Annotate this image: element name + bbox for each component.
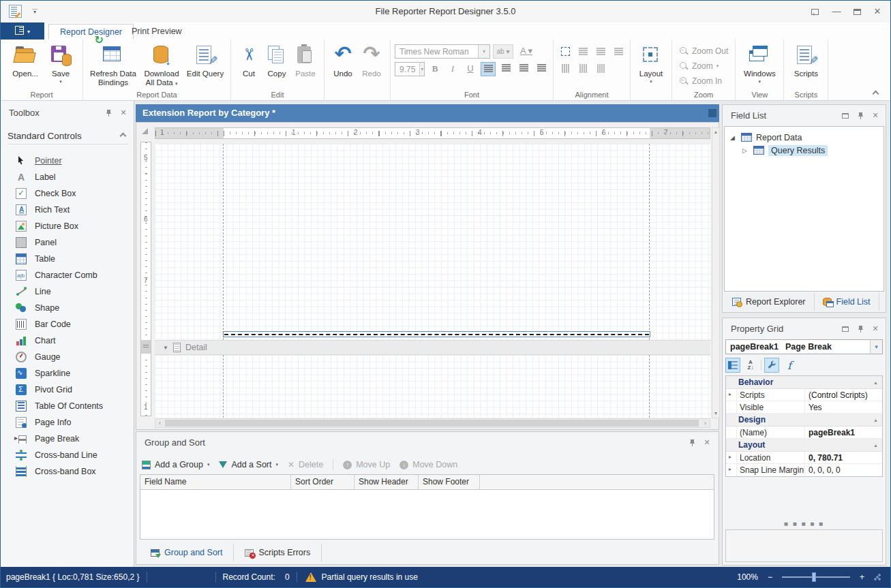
- align-middles-button[interactable]: [575, 61, 590, 75]
- toolbox-item-gauge[interactable]: Gauge: [1, 349, 134, 365]
- document-caption-icon[interactable]: [708, 109, 716, 117]
- cut-button[interactable]: ✂ Cut: [235, 43, 262, 78]
- float-icon[interactable]: [841, 324, 850, 334]
- column-header-field-name[interactable]: Field Name: [140, 475, 291, 489]
- redo-button[interactable]: ↷ Redo: [357, 43, 386, 78]
- pin-icon[interactable]: [856, 324, 865, 334]
- field-list-tree[interactable]: ◢ Report Data ▷ Query Results: [724, 126, 884, 292]
- toolbox-item-panel[interactable]: Panel: [1, 234, 134, 251]
- design-canvas[interactable]: 1 1 2 3 4 5 6 7 5 6 7 1: [136, 122, 719, 430]
- collapse-category-icon[interactable]: ▲: [873, 443, 878, 448]
- tree-node-query-results[interactable]: ▷ Query Results: [725, 144, 884, 157]
- download-dropdown-icon[interactable]: ▾: [175, 81, 178, 86]
- pin-icon[interactable]: [687, 438, 697, 448]
- underline-button[interactable]: U: [463, 62, 478, 76]
- collapse-band-icon[interactable]: ▼: [163, 345, 168, 351]
- zoom-slider[interactable]: [782, 576, 850, 578]
- highlight-color-button[interactable]: ab ▾: [493, 44, 513, 59]
- toolbox-item-rich-text[interactable]: Rich Text: [1, 202, 134, 218]
- categorized-view-button[interactable]: [725, 358, 740, 373]
- zoom-in-button[interactable]: +Zoom In: [676, 74, 731, 88]
- delete-button[interactable]: ✕Delete: [288, 460, 323, 469]
- resize-grip[interactable]: [874, 574, 881, 581]
- justify-button[interactable]: [534, 62, 549, 76]
- detail-band-header[interactable]: ▼ Detail: [155, 340, 710, 355]
- toolbox-item-pivot-grid[interactable]: Pivot Grid: [1, 382, 134, 398]
- download-all-data-button[interactable]: ↓ Download All Data ▾: [139, 43, 184, 88]
- undo-button[interactable]: ↶ Undo: [329, 43, 357, 78]
- horizontal-ruler[interactable]: 1 1 2 3 4 5 6 7: [155, 127, 710, 139]
- tab-scripts-errors[interactable]: Scripts Errors: [234, 544, 322, 561]
- page-area-upper[interactable]: [155, 144, 710, 340]
- float-icon[interactable]: [841, 111, 850, 121]
- close-button[interactable]: ✕: [869, 5, 886, 18]
- band-resize-handle[interactable]: [141, 340, 151, 354]
- zoom-out-control[interactable]: −: [768, 572, 772, 582]
- tab-report-explorer[interactable]: Report Explorer: [724, 293, 815, 311]
- align-bottoms-button[interactable]: [593, 61, 608, 75]
- font-size-combo[interactable]: 9.75 ▾: [395, 62, 425, 76]
- move-down-button[interactable]: ↓Move Down: [399, 460, 457, 469]
- align-center-button[interactable]: [498, 62, 513, 76]
- column-header-sort-order[interactable]: Sort Order: [291, 475, 354, 489]
- collapse-node-icon[interactable]: ◢: [730, 134, 737, 141]
- align-centers-button[interactable]: [593, 44, 608, 58]
- property-row-scripts[interactable]: ▸ Scripts (Control Scripts): [726, 389, 882, 401]
- align-right-button[interactable]: [516, 62, 531, 76]
- collapse-ribbon-icon[interactable]: [873, 91, 879, 97]
- horizontal-scrollbar[interactable]: ‹ ›: [155, 418, 710, 428]
- scroll-right-icon[interactable]: ›: [701, 419, 710, 427]
- toolbox-item-table[interactable]: Table: [1, 251, 134, 267]
- scroll-down-icon[interactable]: ▼: [712, 409, 719, 418]
- copy-button[interactable]: Copy: [262, 43, 291, 78]
- group-sort-grid[interactable]: Field Name Sort Order Show Header Show F…: [140, 474, 714, 540]
- font-name-combo[interactable]: Times New Roman ▾: [395, 44, 490, 59]
- ribbon-display-options-button[interactable]: [806, 5, 824, 18]
- snap-to-grid-button[interactable]: [558, 44, 573, 58]
- toolbox-item-line[interactable]: Line: [1, 283, 134, 300]
- windows-dropdown-icon[interactable]: ▾: [759, 79, 761, 84]
- save-button[interactable]: Save ▾: [43, 43, 78, 84]
- page-break-control-selected[interactable]: [223, 331, 650, 337]
- events-view-button[interactable]: f: [782, 358, 797, 373]
- toolbox-item-chart[interactable]: Chart: [1, 332, 134, 349]
- scroll-up-icon[interactable]: ▲: [712, 128, 719, 136]
- property-row-location[interactable]: ▸ Location 0, 780.71: [726, 452, 882, 464]
- zoom-in-control[interactable]: +: [860, 572, 864, 582]
- add-a-group-button[interactable]: Add a Group▾: [142, 460, 209, 469]
- close-icon[interactable]: ✕: [119, 108, 128, 118]
- layout-button[interactable]: Layout ▾: [635, 43, 667, 84]
- open-button[interactable]: Open...: [7, 43, 43, 78]
- vertical-ruler[interactable]: 5 6 7 1: [140, 142, 151, 416]
- expand-row-icon[interactable]: ▸: [729, 391, 731, 397]
- align-tops-button[interactable]: [558, 61, 573, 75]
- zoom-button[interactable]: Zoom ▾: [676, 59, 731, 73]
- tree-node-report-data[interactable]: ◢ Report Data: [725, 131, 884, 144]
- properties-view-button[interactable]: [764, 358, 779, 373]
- category-design[interactable]: Design▲: [726, 414, 882, 427]
- tab-group-and-sort[interactable]: Group and Sort: [140, 544, 234, 561]
- toolbox-section-standard-controls[interactable]: Standard Controls: [7, 128, 128, 144]
- column-header-show-footer[interactable]: Show Footer: [419, 475, 480, 489]
- scripts-button[interactable]: ✎ Scripts: [788, 43, 824, 78]
- align-rights-button[interactable]: [611, 44, 626, 58]
- add-a-sort-button[interactable]: Add a Sort▾: [219, 460, 278, 469]
- close-icon[interactable]: ✕: [702, 438, 712, 448]
- scroll-left-icon[interactable]: ‹: [155, 419, 164, 427]
- toolbox-item-sparkline[interactable]: Sparkline: [1, 365, 134, 382]
- toolbox-item-cross-band-box[interactable]: Cross-band Box: [1, 463, 134, 480]
- toolbox-item-shape[interactable]: Shape: [1, 300, 134, 316]
- app-menu-button[interactable]: ▾: [1, 22, 44, 40]
- toolbox-item-table-of-contents[interactable]: Table Of Contents: [1, 398, 134, 414]
- alphabetical-sort-button[interactable]: AZ↓: [743, 358, 758, 373]
- vertical-scrollbar[interactable]: ▲ ▼: [712, 127, 720, 418]
- toolbox-item-page-break[interactable]: Page Break: [1, 431, 134, 447]
- property-row-snap-line-margin[interactable]: ▸ Snap Line Margin 0, 0, 0, 0: [726, 464, 882, 476]
- panel-splitter[interactable]: ■ ■ ■ ■ ■: [725, 521, 883, 529]
- refresh-data-bindings-button[interactable]: ↻ Refresh Data Bindings: [87, 43, 139, 87]
- windows-button[interactable]: Windows ▾: [740, 43, 779, 84]
- category-behavior[interactable]: Behavior▲: [726, 376, 882, 389]
- italic-button[interactable]: I: [445, 62, 460, 76]
- align-left-button[interactable]: [481, 62, 496, 76]
- paste-button[interactable]: Paste: [291, 43, 320, 78]
